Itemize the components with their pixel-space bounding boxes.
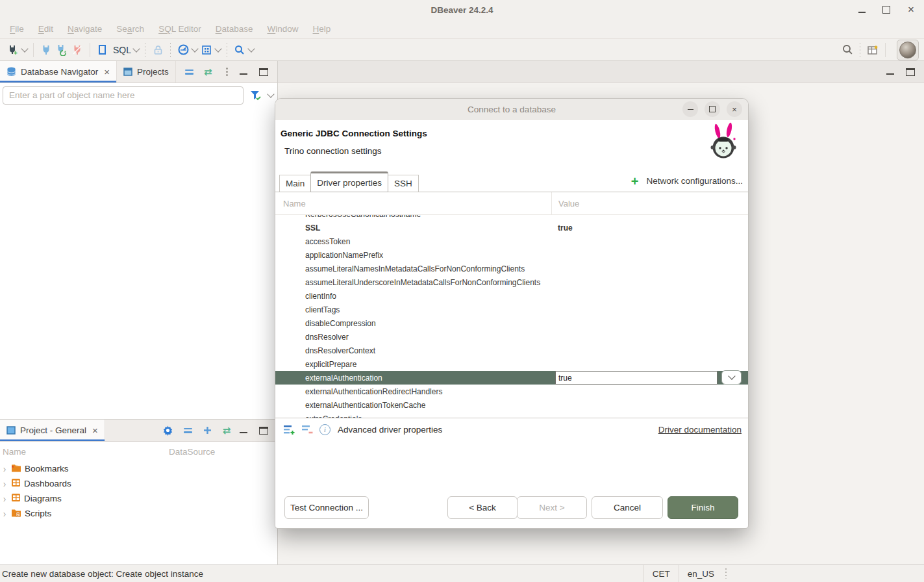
tree-item-diagrams[interactable]: ›Diagrams <box>0 491 277 506</box>
tab-project-general[interactable]: Project - General × <box>0 420 105 441</box>
new-connection-icon[interactable]: + <box>5 42 21 58</box>
sql-editor-icon[interactable] <box>95 42 110 58</box>
properties-table-header: Name Value <box>275 192 748 215</box>
property-row[interactable]: accessToken <box>275 234 748 248</box>
panel-maximize-icon[interactable] <box>259 427 268 435</box>
tab-projects[interactable]: Projects <box>117 61 176 82</box>
finish-button[interactable]: Finish <box>668 496 738 519</box>
driver-documentation-link[interactable]: Driver documentation <box>658 425 742 435</box>
property-row[interactable]: externalAuthentication <box>275 371 748 385</box>
column-name[interactable]: Name <box>0 447 169 457</box>
tab-database-navigator[interactable]: Database Navigator × <box>0 61 117 82</box>
cancel-button[interactable]: Cancel <box>592 496 663 519</box>
dialog-tab-main[interactable]: Main <box>279 175 311 192</box>
tab-close-icon[interactable]: × <box>104 66 110 77</box>
panel-minimize-icon[interactable] <box>240 432 247 433</box>
editor-tab-strip <box>278 61 924 83</box>
locale-indicator[interactable]: en_US <box>679 565 723 582</box>
tree-item-scripts[interactable]: ›Scripts <box>0 506 277 521</box>
menu-database[interactable]: Database <box>208 22 260 36</box>
link-with-editor-icon[interactable]: ⇄ <box>223 425 231 436</box>
filter-icon[interactable] <box>247 88 263 103</box>
expand-all-icon[interactable] <box>203 425 212 435</box>
link-with-editor-icon[interactable]: ⇄ <box>204 66 212 78</box>
expand-chevron-icon[interactable]: › <box>1 494 8 504</box>
window-close-button[interactable]: × <box>906 5 916 15</box>
search-dropdown-icon[interactable] <box>247 45 255 52</box>
new-connection-dropdown-icon[interactable] <box>21 45 28 52</box>
property-row[interactable]: assumeLiteralUnderscoreInMetadataCallsFo… <box>275 275 748 289</box>
panel-maximize-icon[interactable] <box>259 68 268 76</box>
property-row[interactable]: assumeLiteralNamesInMetadataCallsForNonC… <box>275 262 748 275</box>
dashboard-dropdown-icon[interactable] <box>191 45 198 52</box>
connect-icon[interactable] <box>38 42 54 58</box>
property-row[interactable]: externalAuthenticationTokenCache <box>275 398 748 412</box>
timezone-indicator[interactable]: CET <box>643 565 679 582</box>
dialog-titlebar[interactable]: Connect to a database × <box>275 99 748 120</box>
menu-file[interactable]: File <box>3 22 31 36</box>
collapse-all-icon[interactable] <box>185 70 194 75</box>
expand-chevron-icon[interactable]: › <box>1 464 8 474</box>
dialog-maximize-button[interactable] <box>705 101 720 117</box>
column-header-value[interactable]: Value <box>551 192 748 214</box>
property-row[interactable]: KerberosUseCanonicalHostname <box>275 215 748 221</box>
window-maximize-button[interactable] <box>881 5 892 15</box>
transaction-dropdown-icon[interactable] <box>214 45 221 52</box>
sql-dropdown-icon[interactable] <box>132 45 140 52</box>
dashboard-icon[interactable] <box>175 42 191 58</box>
network-configurations-button[interactable]: + Network configurations... <box>631 175 748 187</box>
menu-edit[interactable]: Edit <box>31 22 60 36</box>
property-name: clientInfo <box>275 292 551 301</box>
view-menu-icon[interactable] <box>226 68 228 76</box>
menu-sql-editor[interactable]: SQL Editor <box>151 22 208 36</box>
tab-close-icon[interactable]: × <box>92 425 98 436</box>
tree-item-dashboards[interactable]: ›Dashboards <box>0 476 277 491</box>
property-value-input[interactable] <box>555 371 718 385</box>
property-row[interactable]: explicitPrepare <box>275 357 748 371</box>
user-avatar-button[interactable] <box>897 40 919 60</box>
perspective-icon[interactable] <box>865 42 880 58</box>
menu-window[interactable]: Window <box>260 22 305 36</box>
editor-minimize-icon[interactable] <box>886 73 894 75</box>
bookmarks-folder-icon <box>11 463 21 474</box>
column-header-name[interactable]: Name <box>275 192 551 214</box>
menu-search[interactable]: Search <box>109 22 151 36</box>
property-row[interactable]: SSLtrue <box>275 221 748 234</box>
expand-chevron-icon[interactable]: › <box>1 509 8 519</box>
gear-icon[interactable] <box>162 425 173 436</box>
search-objects-icon[interactable] <box>232 42 247 58</box>
next-button[interactable]: Next > <box>517 496 587 519</box>
expand-chevron-icon[interactable]: › <box>1 479 8 489</box>
column-datasource[interactable]: DataSource <box>169 447 215 457</box>
disconnect-icon[interactable] <box>69 42 85 58</box>
property-row[interactable]: dnsResolver <box>275 330 748 344</box>
property-row[interactable]: extraCredentials <box>275 412 748 418</box>
menu-help[interactable]: Help <box>306 22 338 36</box>
add-property-icon[interactable] <box>283 424 295 435</box>
filter-dropdown-icon[interactable] <box>267 90 274 97</box>
transaction-mode-icon[interactable] <box>199 42 214 58</box>
editor-maximize-icon[interactable] <box>906 68 915 76</box>
object-filter-input[interactable] <box>3 86 243 105</box>
property-row[interactable]: externalAuthenticationRedirectHandlers <box>275 385 748 398</box>
dialog-close-button[interactable]: × <box>727 101 742 117</box>
tree-item-bookmarks[interactable]: ›Bookmarks <box>0 461 277 476</box>
dialog-minimize-button[interactable] <box>682 101 698 117</box>
dialog-tab-ssh[interactable]: SSH <box>388 175 419 192</box>
reconnect-icon[interactable] <box>54 42 69 58</box>
search-icon[interactable] <box>840 42 855 58</box>
dialog-tab-driver-properties[interactable]: Driver properties <box>310 171 388 192</box>
menu-navigate[interactable]: Navigate <box>60 22 109 36</box>
property-row[interactable]: disableCompression <box>275 316 748 330</box>
property-row[interactable]: applicationNamePrefix <box>275 248 748 262</box>
property-row[interactable]: dnsResolverContext <box>275 344 748 357</box>
back-button[interactable]: < Back <box>447 496 518 519</box>
test-connection-button[interactable]: Test Connection ... <box>284 496 369 519</box>
property-row[interactable]: clientTags <box>275 303 748 316</box>
panel-minimize-icon[interactable] <box>240 73 247 75</box>
property-row[interactable]: clientInfo <box>275 289 748 303</box>
collapse-all-icon[interactable] <box>184 428 192 433</box>
remove-property-icon[interactable] <box>301 424 314 435</box>
property-value-dropdown-button[interactable] <box>721 370 742 385</box>
window-minimize-button[interactable] <box>856 5 867 15</box>
